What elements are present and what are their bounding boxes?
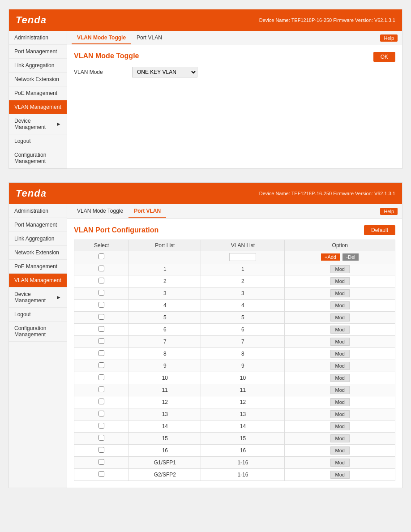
row-checkbox-14[interactable] (98, 423, 104, 429)
mod-btn-6[interactable]: Mod (330, 326, 350, 334)
sidebar-item-poe-management-1[interactable]: PoE Management (9, 86, 67, 100)
arrow-right-icon: ► (56, 121, 61, 127)
mod-btn-16[interactable]: Mod (330, 446, 350, 455)
tab-port-vlan-1[interactable]: Port VLAN (131, 32, 167, 44)
content-body-2: VLAN Port Configuration Default Select P… (67, 219, 402, 488)
mod-btn-7[interactable]: Mod (330, 338, 350, 346)
sidebar-item-label: Device Management (14, 118, 56, 130)
default-button[interactable]: Default (364, 225, 395, 235)
sidebar-item-logout-2[interactable]: Logout (9, 308, 67, 322)
mod-btn-4[interactable]: Mod (330, 301, 350, 309)
sidebar-item-network-extension-2[interactable]: Network Extension (9, 246, 67, 260)
mod-btn-g1[interactable]: Mod (330, 459, 350, 467)
port-11: 11 (129, 384, 201, 396)
row-checkbox-12[interactable] (98, 399, 104, 404)
row-checkbox-g2[interactable] (98, 471, 104, 477)
tab-bar-1: VLAN Mode Toggle Port VLAN Help (67, 31, 402, 45)
row-checkbox-5[interactable] (98, 314, 104, 320)
sidebar-item-port-management-2[interactable]: Port Management (9, 218, 67, 232)
col-select: Select (74, 240, 129, 251)
table-row: G2/SFP2 1-16 Mod (74, 469, 395, 481)
help-button-2[interactable]: Help (380, 208, 398, 215)
sidebar-item-port-management-1[interactable]: Port Management (9, 45, 67, 59)
row-checkbox-6[interactable] (98, 326, 104, 332)
mod-btn-12[interactable]: Mod (330, 398, 350, 406)
sidebar-item-link-aggregation-1[interactable]: Link Aggregation (9, 59, 67, 73)
tab-vlan-mode-toggle-1[interactable]: VLAN Mode Toggle (72, 32, 131, 44)
row-checkbox-15[interactable] (98, 435, 104, 441)
sidebar-2: Administration Port Management Link Aggr… (9, 204, 67, 488)
table-row: 14 14 Mod (74, 420, 395, 433)
sidebar-item-config-management-1[interactable]: Configuration Management (9, 148, 67, 168)
sidebar-item-vlan-management-1[interactable]: VLAN Management (9, 100, 67, 114)
sidebar-item-vlan-management-2[interactable]: VLAN Management (9, 274, 67, 287)
del-button[interactable]: -Del (342, 253, 359, 261)
mod-btn-13[interactable]: Mod (330, 410, 350, 418)
sidebar-item-administration-1[interactable]: Administration (9, 31, 67, 45)
port-8: 8 (129, 348, 201, 360)
row-checkbox-7[interactable] (98, 338, 104, 344)
row-checkbox-13[interactable] (98, 411, 104, 416)
add-button[interactable]: +Add (321, 253, 340, 261)
mod-btn-14[interactable]: Mod (330, 422, 350, 430)
sidebar-item-logout-1[interactable]: Logout (9, 134, 67, 148)
sidebar-item-device-management-1[interactable]: Device Management ► (9, 114, 67, 134)
tab-items-1: VLAN Mode Toggle Port VLAN (72, 32, 167, 44)
tab-vlan-mode-toggle-2[interactable]: VLAN Mode Toggle (72, 205, 128, 218)
mod-btn-2[interactable]: Mod (330, 277, 350, 285)
sidebar-item-poe-management-2[interactable]: PoE Management (9, 260, 67, 274)
col-port-list: Port List (129, 240, 201, 251)
port-10: 10 (129, 372, 201, 384)
row-checkbox-g1[interactable] (98, 459, 104, 465)
tab-port-vlan-2[interactable]: Port VLAN (128, 205, 166, 218)
add-del-checkbox[interactable] (98, 253, 104, 259)
mod-btn-15[interactable]: Mod (330, 434, 350, 442)
table-row: 12 12 Mod (74, 396, 395, 408)
vlan-7: 7 (201, 336, 285, 348)
row-checkbox-2[interactable] (98, 278, 104, 283)
sidebar-item-administration-2[interactable]: Administration (9, 204, 67, 218)
mod-btn-5[interactable]: Mod (330, 313, 350, 322)
mod-btn-9[interactable]: Mod (330, 362, 350, 370)
content-body-1: VLAN Mode Toggle VLAN Mode ONE KEY VLAN … (67, 45, 402, 90)
port-9: 9 (129, 360, 201, 372)
sidebar-item-link-aggregation-2[interactable]: Link Aggregation (9, 232, 67, 246)
help-button-1[interactable]: Help (380, 34, 398, 42)
sidebar-1: Administration Port Management Link Aggr… (9, 31, 67, 168)
tab-items-2: VLAN Mode Toggle Port VLAN (72, 205, 166, 218)
mod-btn-10[interactable]: Mod (330, 374, 350, 382)
sidebar-item-config-management-2[interactable]: Configuration Management (9, 322, 67, 342)
arrow-right-icon-2: ► (56, 294, 61, 300)
port-1: 1 (129, 263, 201, 275)
table-row: 8 8 Mod (74, 348, 395, 360)
device-info-1: Device Name: TEF1218P-16-250 Firmware Ve… (259, 17, 395, 23)
port-12: 12 (129, 396, 201, 408)
row-checkbox-1[interactable] (98, 266, 104, 271)
vlan-g2: 1-16 (201, 469, 285, 481)
row-checkbox-16[interactable] (98, 447, 104, 453)
tab-bar-2: VLAN Mode Toggle Port VLAN Help (67, 204, 402, 219)
device-info-2: Device Name: TEF1218P-16-250 Firmware Ve… (259, 191, 395, 196)
mod-btn-1[interactable]: Mod (330, 265, 350, 273)
panel-vlan-mode: Tenda Device Name: TEF1218P-16-250 Firmw… (9, 9, 402, 169)
row-checkbox-8[interactable] (98, 350, 104, 356)
mod-btn-3[interactable]: Mod (330, 289, 350, 297)
content-area-1: VLAN Mode Toggle Port VLAN Help VLAN Mod… (67, 31, 402, 168)
logo-1: Tenda (16, 14, 47, 26)
sidebar-item-network-extension-1[interactable]: Network Extension (9, 73, 67, 86)
mod-btn-g2[interactable]: Mod (330, 471, 350, 479)
row-checkbox-4[interactable] (98, 302, 104, 308)
row-checkbox-11[interactable] (98, 386, 104, 392)
add-del-row: +Add -Del (74, 251, 395, 263)
mod-btn-8[interactable]: Mod (330, 350, 350, 358)
row-checkbox-9[interactable] (98, 362, 104, 368)
vlan-15: 15 (201, 433, 285, 445)
row-checkbox-3[interactable] (98, 290, 104, 296)
ok-button-1[interactable]: OK (373, 52, 395, 62)
row-checkbox-10[interactable] (98, 374, 104, 380)
mod-btn-11[interactable]: Mod (330, 386, 350, 394)
sidebar-item-device-management-2[interactable]: Device Management ► (9, 287, 67, 308)
vlan-list-input[interactable] (229, 253, 256, 261)
vlan-port-table: Select Port List VLAN List Option (74, 240, 395, 481)
vlan-mode-select[interactable]: ONE KEY VLAN PORT BASED VLAN 802.1Q VLAN (132, 67, 197, 77)
